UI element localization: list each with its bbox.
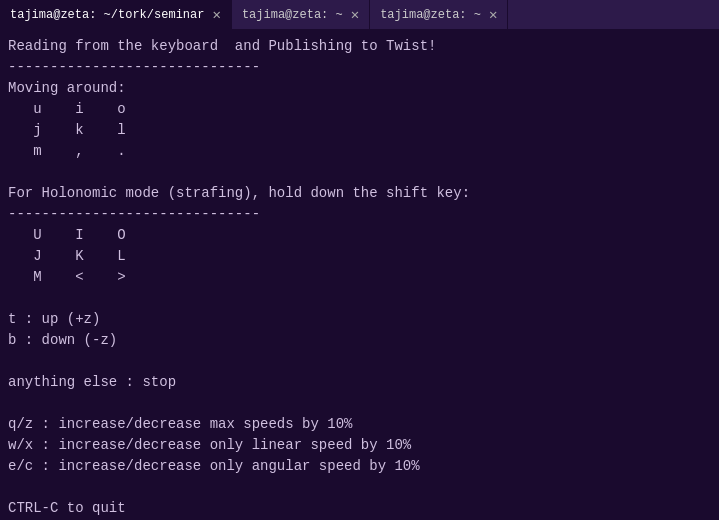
tab-2[interactable]: tajima@zeta: ~ ✕ [232,0,370,29]
tab-1[interactable]: tajima@zeta: ~/tork/seminar ✕ [0,0,232,29]
tab-3-label: tajima@zeta: ~ [380,8,481,22]
tab-3-close[interactable]: ✕ [489,8,497,22]
tab-1-close[interactable]: ✕ [212,8,220,22]
tab-1-label: tajima@zeta: ~/tork/seminar [10,8,204,22]
tab-2-label: tajima@zeta: ~ [242,8,343,22]
tab-3[interactable]: tajima@zeta: ~ ✕ [370,0,508,29]
terminal-body: Reading from the keyboard and Publishing… [0,30,719,520]
tab-2-close[interactable]: ✕ [351,8,359,22]
tab-bar: tajima@zeta: ~/tork/seminar ✕ tajima@zet… [0,0,719,30]
